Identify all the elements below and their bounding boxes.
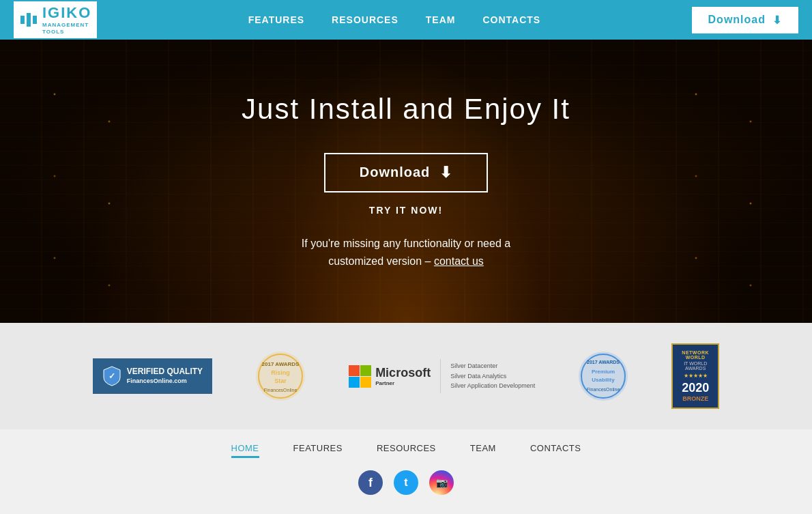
svg-text:2017 AWARDS: 2017 AWARDS — [587, 360, 620, 365]
instagram-label: 📷 — [436, 477, 448, 488]
it-world-stars: ★★★★★ — [681, 373, 710, 379]
hero-content: Just Install and Enjoy It Download ⬇ TRY… — [242, 93, 570, 270]
twitter-icon[interactable]: t — [394, 470, 418, 495]
footer-nav-contacts[interactable]: CONTACTS — [530, 443, 581, 458]
svg-text:Star: Star — [274, 377, 287, 384]
hero-section: Just Install and Enjoy It Download ⬇ TRY… — [0, 40, 812, 323]
rising-star-icon: 2017 AWARDS Rising Star FinancesOnline — [253, 349, 308, 403]
hero-download-label: Download — [360, 165, 431, 180]
premium-usability-badge: 2017 AWARDS Premium Usability FinancesOn… — [576, 349, 630, 403]
badges-section: ✓ VERIFIED QUALITY FinancesOnline.com 20… — [0, 323, 812, 429]
it-world-bronze: BRONZE — [681, 395, 710, 402]
svg-text:Premium: Premium — [592, 369, 615, 375]
microsoft-partner-badge: Microsoft Partner Silver Datacenter Silv… — [349, 359, 535, 393]
verified-quality-badge: ✓ VERIFIED QUALITY FinancesOnline.com — [93, 358, 212, 394]
svg-point-4 — [256, 352, 305, 401]
hero-download-button[interactable]: Download ⬇ — [324, 153, 489, 192]
footer-nav-resources[interactable]: RESOURCES — [377, 443, 436, 458]
nav-contacts[interactable]: CONTACTS — [482, 14, 540, 25]
footer-nav-features[interactable]: FEATURES — [293, 443, 343, 458]
verified-title: VERIFIED QUALITY — [127, 367, 203, 377]
logo-subtext: MANAGEMENT TOOLS — [42, 22, 91, 35]
ms-line-2: Silver Data Analytics — [450, 371, 535, 381]
nav-features[interactable]: FEATURES — [248, 14, 304, 25]
header: IGIKO MANAGEMENT TOOLS FEATURES RESOURCE… — [0, 0, 812, 40]
svg-text:2017 AWARDS: 2017 AWARDS — [262, 361, 300, 367]
ms-squares — [349, 365, 371, 388]
shield-icon: ✓ — [102, 365, 121, 387]
hero-download-icon: ⬇ — [439, 164, 452, 182]
it-world-subtitle: IT WORLD AWARDS — [681, 361, 710, 371]
header-download-label: Download — [708, 14, 766, 26]
it-world-box: NETWORKWORLD IT WORLD AWARDS ★★★★★ 2020 … — [671, 343, 719, 409]
svg-text:✓: ✓ — [108, 371, 115, 381]
hero-title: Just Install and Enjoy It — [242, 93, 570, 126]
footer: HOME FEATURES RESOURCES TEAM CONTACTS f … — [0, 429, 812, 514]
svg-rect-0 — [20, 16, 25, 24]
svg-text:Usability: Usability — [592, 377, 615, 383]
svg-text:Rising: Rising — [271, 369, 290, 376]
main-nav: FEATURES RESOURCES TEAM CONTACTS — [248, 14, 541, 25]
try-it-now-text: TRY IT NOW! — [242, 205, 570, 216]
logo-text: IGIKO — [42, 4, 91, 22]
svg-rect-1 — [27, 13, 31, 27]
header-download-button[interactable]: Download ⬇ — [692, 7, 798, 33]
rising-star-badge: 2017 AWARDS Rising Star FinancesOnline — [253, 349, 308, 403]
ms-logo-area: Microsoft Partner Silver Datacenter Silv… — [349, 359, 535, 393]
missing-functionality-text: If you're missing any functionality or n… — [242, 235, 570, 270]
it-world-title: NETWORKWORLD — [681, 350, 710, 360]
footer-nav-team[interactable]: TEAM — [470, 443, 496, 458]
logo[interactable]: IGIKO MANAGEMENT TOOLS — [14, 1, 97, 38]
logo-icon — [19, 10, 38, 29]
footer-nav-links: HOME FEATURES RESOURCES TEAM CONTACTS — [0, 443, 812, 458]
ms-text: Microsoft — [375, 366, 431, 380]
ms-partner-label: Partner — [375, 380, 431, 386]
premium-usability-icon: 2017 AWARDS Premium Usability FinancesOn… — [576, 349, 630, 403]
download-icon: ⬇ — [772, 14, 782, 27]
ms-line-1: Silver Datacenter — [450, 361, 535, 371]
footer-social: f t 📷 — [0, 470, 812, 495]
facebook-label: f — [368, 476, 373, 490]
instagram-icon[interactable]: 📷 — [429, 470, 454, 495]
nav-resources[interactable]: RESOURCES — [332, 14, 398, 25]
nav-team[interactable]: TEAM — [426, 14, 456, 25]
missing-text-1: If you're missing any functionality or n… — [302, 238, 510, 249]
verified-quality-text: VERIFIED QUALITY FinancesOnline.com — [127, 367, 203, 385]
ms-partner-details: Silver Datacenter Silver Data Analytics … — [450, 361, 535, 390]
svg-rect-2 — [33, 16, 37, 24]
ms-line-3: Silver Application Development — [450, 381, 535, 390]
footer-nav: HOME FEATURES RESOURCES TEAM CONTACTS f … — [0, 429, 812, 514]
verified-sub: FinancesOnline.com — [127, 377, 203, 386]
twitter-label: t — [404, 476, 407, 489]
contact-us-link[interactable]: contact us — [434, 255, 484, 267]
svg-point-10 — [579, 352, 628, 401]
it-world-award-badge: NETWORKWORLD IT WORLD AWARDS ★★★★★ 2020 … — [671, 343, 719, 409]
ms-divider — [440, 359, 441, 393]
missing-text-2: customized version – — [328, 255, 431, 267]
it-world-year: 2020 — [681, 381, 710, 395]
verified-quality-box: ✓ VERIFIED QUALITY FinancesOnline.com — [93, 358, 212, 394]
svg-text:FinancesOnline: FinancesOnline — [587, 387, 620, 392]
svg-text:FinancesOnline: FinancesOnline — [264, 388, 298, 392]
facebook-icon[interactable]: f — [358, 470, 383, 495]
footer-nav-home[interactable]: HOME — [231, 443, 259, 458]
